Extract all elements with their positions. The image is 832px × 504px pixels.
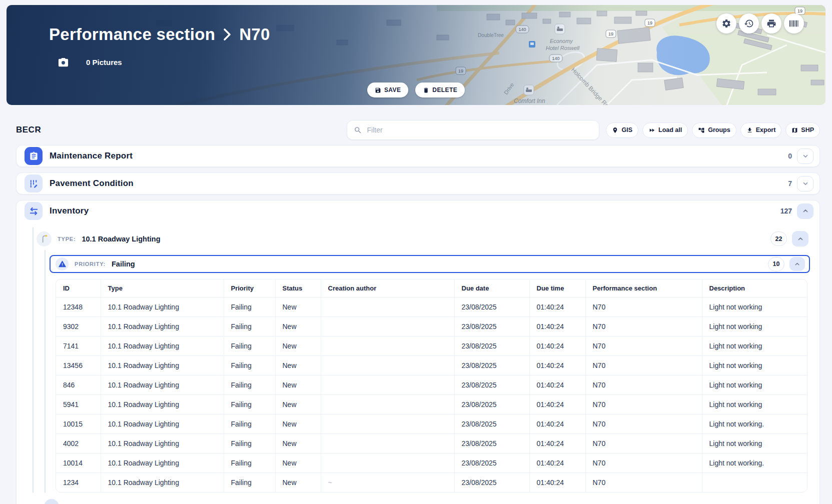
cell-type: 10.1 Roadway Lighting [101, 336, 224, 356]
street-lamp-icon [37, 232, 52, 246]
cell-id: 12348 [56, 298, 101, 317]
camera-icon[interactable] [58, 56, 69, 68]
cell-due_date: 23/08/2025 [454, 336, 529, 356]
chevron-up-icon [794, 261, 800, 268]
download-icon [746, 127, 753, 134]
gis-button[interactable]: GIS [606, 122, 638, 138]
clipboard-icon [25, 147, 43, 165]
expand-button[interactable] [797, 176, 813, 192]
cell-due_time: 01:40:24 [529, 454, 585, 473]
cell-due_date: 23/08/2025 [454, 473, 529, 492]
history-button[interactable] [739, 14, 759, 34]
cell-section: N70 [585, 336, 702, 356]
filter-input[interactable] [367, 126, 592, 134]
trash-icon [423, 87, 429, 94]
table-row[interactable]: 1001510.1 Roadway LightingFailingNew23/0… [56, 414, 807, 434]
section-header-inventory[interactable]: Inventory 127 [17, 200, 819, 222]
column-header: Performance section [585, 280, 702, 298]
section-header-pavement-condition[interactable]: Pavement Condition 7 [17, 173, 819, 194]
save-button[interactable]: SAVE [367, 82, 408, 98]
type-group-header[interactable]: TYPE: 10.1 Roadway Lighting 22 [34, 228, 811, 250]
cell-type: 10.1 Roadway Lighting [101, 298, 224, 317]
cell-type: 10.1 Roadway Lighting [101, 356, 224, 376]
shp-button[interactable]: SHP [785, 122, 820, 138]
barcode-button[interactable] [784, 14, 804, 34]
cell-due_date: 23/08/2025 [454, 414, 529, 434]
pavement-chart-icon [25, 174, 43, 192]
inventory-content: TYPE: 10.1 Roadway Lighting 22 P [17, 222, 819, 504]
cell-section: N70 [585, 473, 702, 492]
cell-status: New [275, 473, 321, 492]
cell-description: Light not working [702, 434, 807, 454]
breadcrumb-current: N70 [239, 25, 270, 44]
delete-button[interactable]: DELETE [415, 82, 465, 98]
section-inventory: Inventory 127 TYPE: 10.1 Roadway Lightin… [16, 200, 820, 504]
cell-due_time: 01:40:24 [529, 298, 585, 317]
cell-due_date: 23/08/2025 [454, 376, 529, 395]
pictures-row: 0 Pictures [58, 56, 122, 68]
table-row[interactable]: 1001410.1 Roadway LightingFailingNew23/0… [56, 454, 807, 473]
map-icon [791, 127, 798, 134]
cell-author: ~ [321, 473, 454, 492]
cell-due_time: 01:40:24 [529, 376, 585, 395]
table-row[interactable]: 1234810.1 Roadway LightingFailingNew23/0… [56, 298, 807, 317]
section-label: Maintenance Report [50, 151, 133, 161]
inventory-table-head-row: IDTypePriorityStatusCreation authorDue d… [56, 280, 807, 298]
section-count: 7 [788, 180, 792, 188]
print-button[interactable] [761, 14, 781, 34]
printer-icon [766, 18, 776, 28]
chevron-down-icon [802, 180, 809, 187]
chevron-right-icon [223, 28, 231, 41]
table-row[interactable]: 123410.1 Roadway LightingFailingNew~23/0… [56, 473, 807, 492]
section-count: 127 [780, 207, 792, 215]
cell-author [321, 317, 454, 336]
cell-id: 13456 [56, 356, 101, 376]
cell-id: 846 [56, 376, 101, 395]
collapse-button[interactable] [797, 204, 813, 219]
section-header-maintenance-report[interactable]: Maintenance Report 0 [17, 146, 819, 166]
cell-author [321, 336, 454, 356]
section-label: Pavement Condition [50, 178, 134, 188]
table-row[interactable]: 400210.1 Roadway LightingFailingNew23/08… [56, 434, 807, 454]
cell-due_date: 23/08/2025 [454, 454, 529, 473]
cell-due_time: 01:40:24 [529, 473, 585, 492]
cell-due_time: 01:40:24 [529, 356, 585, 376]
cell-due_date: 23/08/2025 [454, 298, 529, 317]
section-pavement-condition: Pavement Condition 7 [16, 172, 820, 194]
cell-description: Light not working. [702, 414, 807, 434]
collapse-button[interactable] [789, 257, 805, 271]
export-button[interactable]: Export [740, 122, 782, 138]
sitemap-icon [698, 127, 705, 134]
table-row[interactable]: 1345610.1 Roadway LightingFailingNew23/0… [56, 356, 807, 376]
cell-due_time: 01:40:24 [529, 414, 585, 434]
groups-button[interactable]: Groups [692, 122, 736, 138]
header-icon-buttons [716, 14, 804, 34]
cell-author [321, 298, 454, 317]
page-title: Performance section [49, 25, 215, 44]
cell-description: Light not working [702, 356, 807, 376]
settings-button[interactable] [716, 14, 736, 34]
table-row[interactable]: 594110.1 Roadway LightingFailingNew23/08… [56, 395, 807, 414]
cell-author [321, 395, 454, 414]
cell-description: Light not working [702, 298, 807, 317]
collapse-button[interactable] [792, 231, 808, 246]
priority-count-badge: 10 [768, 257, 784, 272]
warning-triangle-icon [56, 258, 69, 270]
cell-section: N70 [585, 356, 702, 376]
cell-due_date: 23/08/2025 [454, 395, 529, 414]
type-value: 10.1 Roadway Lighting [82, 235, 160, 243]
priority-group-header[interactable]: PRIORITY: Failing 10 [50, 255, 810, 273]
pictures-count-label: 0 Pictures [86, 58, 122, 66]
cell-id: 5941 [56, 395, 101, 414]
expand-button[interactable] [797, 148, 813, 164]
cell-type: 10.1 Roadway Lighting [101, 395, 224, 414]
search-icon [354, 126, 362, 134]
column-header: ID [56, 280, 101, 298]
section-label: Inventory [50, 206, 89, 216]
cell-priority: Failing [224, 414, 275, 434]
table-row[interactable]: 84610.1 Roadway LightingFailingNew23/08/… [56, 376, 807, 395]
table-row[interactable]: 714110.1 Roadway LightingFailingNew23/08… [56, 336, 807, 356]
table-row[interactable]: 930210.1 Roadway LightingFailingNew23/08… [56, 317, 807, 336]
cell-priority: Failing [224, 434, 275, 454]
load-all-button[interactable]: Load all [642, 122, 688, 138]
